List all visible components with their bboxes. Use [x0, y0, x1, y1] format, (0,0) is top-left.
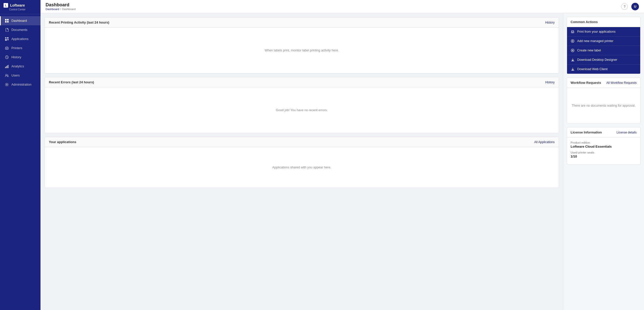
printing-activity-history-link[interactable]: History — [545, 21, 555, 24]
license-seats-row: Used printer seats 1/10 — [571, 151, 637, 158]
print-icon — [571, 30, 575, 34]
main-area: Dashboard Dashboard / Dashboard ? U Rece… — [41, 0, 644, 310]
sidebar-item-history[interactable]: History — [0, 53, 41, 62]
svg-rect-13 — [7, 65, 8, 68]
users-icon — [5, 73, 9, 78]
add-printer-icon — [571, 39, 575, 43]
svg-rect-14 — [8, 65, 9, 68]
sidebar-item-label: History — [11, 55, 21, 59]
svg-rect-7 — [7, 39, 9, 40]
sidebar-item-label: Applications — [11, 37, 28, 41]
app-logo: L Loftware Control Center — [0, 0, 41, 14]
sidebar-item-label: Printers — [11, 46, 22, 50]
svg-rect-2 — [5, 21, 7, 23]
applications-body: Applications shared with you appear here… — [45, 147, 559, 188]
workflow-panel: Workflow Requests All Workflow Requests … — [567, 78, 640, 124]
sidebar-item-label: Analytics — [11, 65, 24, 68]
recent-errors-header: Recent Errors (last 24 hours) History — [45, 77, 559, 87]
app-subtitle: Control Center — [4, 8, 37, 11]
svg-rect-3 — [7, 21, 9, 23]
sidebar-item-administration[interactable]: Administration — [0, 80, 41, 89]
recent-errors-history-link[interactable]: History — [545, 81, 555, 84]
sidebar: L Loftware Control Center Dashboard — [0, 0, 41, 310]
recent-errors-body: Good job! You have no recent errors. — [45, 87, 559, 133]
sidebar-item-label: Documents — [11, 28, 27, 32]
sidebar-nav: Dashboard Documents Applications — [0, 14, 41, 310]
download-web-button[interactable]: Download Web Client — [567, 65, 640, 74]
help-icon[interactable]: ? — [621, 3, 628, 10]
download-desktop-button[interactable]: Download Desktop Designer — [567, 55, 640, 65]
svg-rect-12 — [6, 66, 7, 68]
sidebar-item-users[interactable]: Users — [0, 71, 41, 80]
download-desktop-icon — [571, 58, 575, 62]
add-printer-label: Add new managed printer — [577, 39, 613, 43]
content: Recent Printing Activity (last 24 hours)… — [41, 13, 644, 310]
sidebar-item-analytics[interactable]: Analytics — [0, 62, 41, 71]
page-title: Dashboard — [46, 2, 76, 8]
printing-activity-body: When labels print, monitor label printin… — [45, 28, 559, 73]
sidebar-item-dashboard[interactable]: Dashboard — [0, 16, 41, 25]
topbar-left: Dashboard Dashboard / Dashboard — [46, 2, 76, 11]
apps-icon — [5, 37, 9, 41]
svg-rect-9 — [6, 48, 8, 49]
workflow-body: There are no documents waiting for appro… — [567, 88, 640, 123]
license-seats-label: Used printer seats — [571, 151, 637, 154]
license-edition-value: Loftware Cloud Essentials — [571, 145, 637, 148]
logo-icon: L — [4, 3, 8, 8]
workflow-header: Workflow Requests All Workflow Requests — [567, 78, 640, 88]
applications-panel: Your applications All Applications Appli… — [45, 137, 559, 188]
all-applications-link[interactable]: All Applications — [534, 140, 555, 144]
right-sidebar: Common Actions Print from your applicati… — [563, 13, 644, 310]
license-seats-value: 1/10 — [571, 154, 637, 158]
grid-icon — [5, 19, 9, 23]
create-label-button[interactable]: Create new label — [567, 46, 640, 55]
download-web-icon — [571, 67, 575, 71]
recent-errors-empty: Good job! You have no recent errors. — [276, 108, 328, 112]
printer-icon — [5, 46, 9, 50]
print-from-apps-label: Print from your applications — [577, 30, 615, 33]
svg-rect-1 — [7, 19, 9, 21]
license-edition-row: Product edition Loftware Cloud Essential… — [571, 141, 637, 148]
svg-rect-5 — [7, 37, 9, 38]
license-title: License Information — [571, 130, 602, 134]
action-buttons: Print from your applications Add new man… — [567, 27, 640, 74]
svg-point-15 — [6, 74, 7, 76]
common-actions-title: Common Actions — [571, 20, 598, 24]
applications-empty: Applications shared with you appear here… — [272, 166, 331, 169]
breadcrumb-current: Dashboard — [62, 8, 76, 11]
breadcrumb: Dashboard / Dashboard — [46, 8, 76, 11]
sidebar-item-applications[interactable]: Applications — [0, 34, 41, 44]
create-label-icon — [571, 48, 575, 52]
breadcrumb-home[interactable]: Dashboard — [46, 8, 59, 11]
avatar[interactable]: U — [631, 3, 639, 10]
svg-point-16 — [6, 84, 8, 85]
topbar-right: ? U — [621, 3, 639, 10]
sidebar-item-documents[interactable]: Documents — [0, 25, 41, 34]
svg-rect-18 — [572, 32, 573, 33]
add-printer-button[interactable]: Add new managed printer — [567, 36, 640, 46]
sidebar-item-label: Users — [11, 74, 20, 77]
printing-activity-empty: When labels print, monitor label printin… — [265, 49, 339, 52]
sidebar-item-label: Dashboard — [11, 19, 27, 23]
sidebar-item-printers[interactable]: Printers — [0, 44, 41, 53]
svg-rect-11 — [5, 67, 6, 68]
svg-rect-4 — [5, 37, 6, 38]
license-edition-label: Product edition — [571, 141, 637, 144]
recent-errors-title: Recent Errors (last 24 hours) — [49, 80, 94, 84]
common-actions-panel: Common Actions Print from your applicati… — [567, 17, 640, 74]
recent-errors-panel: Recent Errors (last 24 hours) History Go… — [45, 77, 559, 133]
all-workflow-link[interactable]: All Workflow Requests — [606, 81, 637, 85]
printing-activity-panel: Recent Printing Activity (last 24 hours)… — [45, 17, 559, 73]
workflow-title: Workflow Requests — [571, 81, 601, 85]
applications-title: Your applications — [49, 140, 76, 144]
license-panel: License Information License details Prod… — [567, 127, 640, 165]
applications-header: Your applications All Applications — [45, 137, 559, 147]
print-from-apps-button[interactable]: Print from your applications — [567, 27, 640, 36]
printing-activity-title: Recent Printing Activity (last 24 hours) — [49, 21, 109, 24]
app-name: Loftware — [10, 3, 25, 7]
breadcrumb-separator: / — [60, 8, 61, 11]
dashboard-main: Recent Printing Activity (last 24 hours)… — [41, 13, 563, 310]
analytics-icon — [5, 64, 9, 68]
license-details-link[interactable]: License details — [617, 131, 637, 134]
create-label-label: Create new label — [577, 49, 601, 52]
